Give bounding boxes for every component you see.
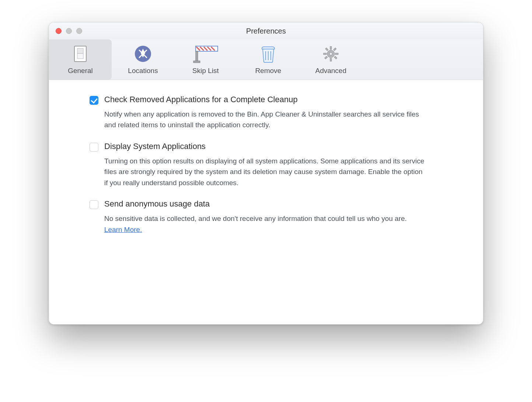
svg-rect-6 (193, 61, 200, 63)
option-title: Send anonymous usage data (104, 199, 446, 209)
checkbox-send-usage-data[interactable] (90, 200, 98, 209)
skip-list-icon (192, 45, 219, 63)
minimize-button[interactable] (66, 28, 72, 34)
locations-icon (134, 45, 152, 63)
svg-rect-17 (334, 56, 337, 59)
tab-label: Remove (255, 67, 281, 75)
svg-rect-15 (335, 53, 338, 55)
svg-rect-14 (323, 53, 326, 55)
remove-icon (260, 45, 276, 63)
tab-label: Skip List (192, 67, 219, 75)
checkbox-display-system-apps[interactable] (90, 143, 98, 152)
tab-locations[interactable]: Locations (112, 39, 174, 80)
svg-rect-12 (330, 46, 332, 49)
svg-point-11 (329, 52, 332, 55)
tab-general[interactable]: General (49, 39, 112, 80)
option-send-usage-data: Send anonymous usage data No sensitive d… (90, 199, 446, 235)
learn-more-link[interactable]: Learn More. (104, 226, 142, 233)
tab-label: General (68, 67, 93, 75)
tab-advanced[interactable]: Advanced (300, 39, 362, 80)
option-title: Display System Applications (104, 142, 446, 151)
zoom-button[interactable] (76, 28, 82, 34)
window-controls (49, 28, 82, 34)
preferences-content: Check Removed Applications for a Complet… (49, 80, 483, 324)
advanced-icon (322, 45, 340, 63)
checkbox-check-removed[interactable] (90, 96, 98, 105)
tab-label: Advanced (315, 67, 347, 75)
option-display-system-apps: Display System Applications Turning on t… (90, 142, 446, 188)
tab-label: Locations (128, 67, 158, 75)
window-title: Preferences (49, 27, 483, 35)
svg-rect-13 (330, 58, 332, 61)
svg-rect-1 (77, 48, 83, 53)
tab-skip-list[interactable]: Skip List (174, 39, 237, 80)
svg-rect-16 (325, 48, 328, 51)
option-title: Check Removed Applications for a Complet… (104, 95, 446, 104)
option-description: Turning on this option results on displa… (104, 156, 425, 188)
preferences-window: Preferences General (49, 22, 483, 325)
preferences-toolbar: General Locations (49, 39, 483, 80)
option-description: No sensitive data is collected, and we d… (104, 213, 425, 235)
option-check-removed: Check Removed Applications for a Complet… (90, 95, 446, 131)
option-description: Notify when any application is removed t… (104, 109, 425, 131)
svg-rect-5 (196, 51, 198, 62)
tab-remove[interactable]: Remove (237, 39, 300, 80)
svg-rect-18 (333, 48, 336, 51)
svg-rect-19 (325, 56, 328, 59)
svg-rect-2 (77, 53, 83, 59)
general-icon (73, 45, 88, 63)
option-description-text: No sensitive data is collected, and we d… (104, 215, 407, 222)
titlebar: Preferences (49, 22, 483, 39)
close-button[interactable] (56, 28, 62, 34)
